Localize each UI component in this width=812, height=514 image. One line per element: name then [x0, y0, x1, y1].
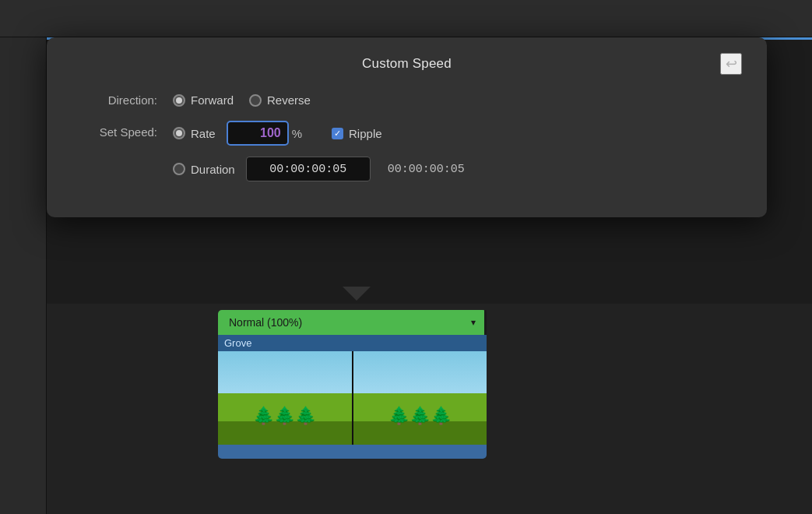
duration-radio[interactable] [173, 163, 185, 175]
modal-header: Custom Speed ↩ [72, 56, 742, 72]
clip-chevron-icon: ▾ [471, 317, 476, 328]
rate-radio-option[interactable]: Rate [173, 127, 216, 140]
clip-title-bar: Grove [218, 335, 487, 351]
duration-source-display: 00:00:00:05 [388, 163, 465, 176]
clip-header: Normal (100%) ▾ [218, 310, 487, 335]
ripple-checkbox[interactable]: ✓ [332, 128, 343, 139]
clip-thumb-left: 🌲🌲🌲 [218, 351, 352, 445]
duration-row: Duration 00:00:00:05 [173, 157, 742, 181]
rate-label: Rate [191, 127, 216, 140]
rate-percent-symbol: % [292, 127, 302, 140]
set-speed-row: Set Speed: Rate % ✓ Ripple [72, 121, 742, 181]
set-speed-section: Rate % ✓ Ripple Duration 00:00:00:05 [173, 121, 742, 181]
back-button[interactable]: ↩ [720, 53, 742, 75]
duration-input[interactable] [246, 157, 371, 181]
clip-speed-label: Normal (100%) [229, 316, 302, 329]
clip-thumbnails: 🌲🌲🌲 🌲🌲🌲 [218, 351, 487, 445]
modal-arrow [343, 287, 371, 301]
direction-row: Direction: Forward Reverse [72, 93, 742, 107]
modal-title: Custom Speed [362, 56, 452, 72]
duration-radio-option[interactable]: Duration [173, 163, 235, 176]
ripple-label: Ripple [349, 127, 382, 140]
forward-label: Forward [191, 93, 234, 107]
clip-bottom-bar [218, 445, 487, 459]
ripple-option[interactable]: ✓ Ripple [332, 127, 382, 140]
direction-label: Direction: [72, 93, 157, 107]
direction-radio-group: Forward Reverse [173, 93, 311, 107]
reverse-option[interactable]: Reverse [249, 93, 311, 107]
rate-input-wrap: % [227, 121, 302, 146]
forward-radio[interactable] [173, 94, 185, 107]
duration-label: Duration [191, 163, 235, 176]
set-speed-label: Set Speed: [72, 125, 157, 139]
clip-thumb-right: 🌲🌲🌲 [353, 351, 487, 445]
rate-input[interactable] [227, 121, 289, 146]
rate-row: Rate % ✓ Ripple [173, 121, 742, 146]
custom-speed-modal: Custom Speed ↩ Direction: Forward Revers… [47, 37, 767, 217]
sidebar-strip [0, 0, 47, 514]
clip-title: Grove [224, 337, 251, 349]
reverse-radio[interactable] [249, 94, 262, 107]
forward-option[interactable]: Forward [173, 93, 234, 107]
clip-stripe [484, 310, 487, 335]
top-strip [0, 0, 812, 37]
clip-container: Normal (100%) ▾ Grove 🌲🌲🌲 🌲🌲🌲 [218, 310, 487, 459]
rate-radio[interactable] [173, 127, 185, 139]
reverse-label: Reverse [267, 93, 311, 107]
